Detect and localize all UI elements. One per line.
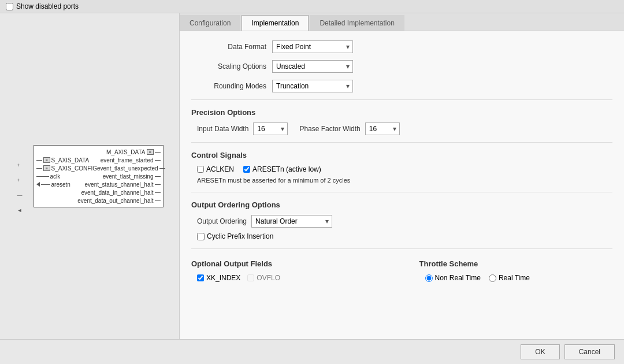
input-data-width-select[interactable]: 8 12 16 24 32: [253, 122, 288, 135]
ovflo-label: OVFLO: [257, 274, 280, 282]
tab-detailed-label: Detailed Implementation: [320, 19, 394, 27]
show-disabled-label: Show disabled ports: [16, 2, 79, 10]
throttle-scheme-title: Throttle Scheme: [419, 259, 613, 268]
aclken-label: ACLKEN: [206, 165, 234, 173]
xk-index-checkbox-item[interactable]: XK_INDEX: [197, 274, 240, 282]
wire-data-out: [155, 200, 161, 201]
wire-saxis-data: [36, 160, 42, 161]
wire-saxis-config: [36, 168, 42, 169]
bottom-bar: OK Cancel: [0, 339, 624, 364]
data-format-label: Data Format: [191, 43, 272, 51]
s-axis-config-label: S_AXIS_CONFIG: [51, 165, 97, 172]
wire-tlast-unexp: [159, 168, 165, 169]
aresetn-checkbox-item[interactable]: ARESETn (active low): [243, 165, 321, 173]
aresetn-info-text: ARESETn must be asserted for a minimum o…: [197, 177, 612, 184]
wire-aclk: [36, 176, 49, 177]
data-format-select[interactable]: Fixed Point Floating Point: [272, 40, 353, 53]
wire-data-in: [155, 192, 161, 193]
output-ordering-select-wrapper[interactable]: Natural Order Bit Reversed Order: [251, 215, 332, 228]
control-signals-title: Control Signals: [191, 151, 612, 159]
side-label-plus2: +: [17, 177, 23, 183]
comp-row-saxis-config: ≡ S_AXIS_CONFIG event_tlast_unexpected: [34, 164, 163, 172]
non-real-time-radio-item[interactable]: Non Real Time: [425, 274, 481, 282]
side-label-plus1: +: [17, 162, 23, 168]
output-ordering-label: Output Ordering: [197, 217, 247, 225]
wire-status: [155, 184, 161, 185]
non-real-time-label: Non Real Time: [435, 274, 481, 282]
bus-icon-saxis-config: ≡: [43, 165, 50, 171]
event-tlast-unexpected-label: event_tlast_unexpected: [97, 165, 158, 172]
output-ordering-section: Output Ordering Options Output Ordering …: [191, 200, 612, 240]
rounding-modes-select-wrapper[interactable]: Truncation Convergent Round Up: [272, 80, 353, 92]
divider-1: [191, 99, 612, 100]
ovflo-checkbox-item[interactable]: OVFLO: [247, 274, 280, 282]
aclken-checkbox[interactable]: [197, 166, 204, 173]
precision-options-title: Precision Options: [191, 108, 612, 117]
scaling-options-select-wrapper[interactable]: Unscaled Scaled: [272, 60, 353, 73]
comp-left-aresetn: aresetn: [36, 181, 70, 188]
left-panel: + + — ◄ M_AXIS_DATA ≡: [0, 13, 179, 339]
comp-row-saxis-data: ≡ S_AXIS_DATA event_frame_started: [34, 156, 163, 164]
show-disabled-ports[interactable]: Show disabled ports: [6, 2, 79, 10]
phase-factor-width-group: Phase Factor Width 8 12 16 24 32: [299, 122, 399, 135]
tab-implementation-label: Implementation: [251, 19, 299, 27]
divider-4: [191, 248, 612, 249]
precision-row: Input Data Width 8 12 16 24 32: [197, 122, 612, 135]
control-signals-checkbox-row: ACLKEN ARESETn (active low): [197, 165, 612, 173]
top-bar: Show disabled ports: [0, 0, 624, 13]
tab-configuration-label: Configuration: [190, 19, 231, 27]
side-label-dash: —: [17, 192, 23, 198]
scaling-options-label: Scaling Options: [191, 62, 272, 70]
xk-index-label: XK_INDEX: [206, 274, 240, 282]
optional-output-fields-section: Optional Output Fields XK_INDEX OVFLO: [191, 257, 385, 282]
throttle-scheme-section: Throttle Scheme Non Real Time Real Time: [419, 257, 613, 282]
output-ordering-select[interactable]: Natural Order Bit Reversed Order: [251, 215, 332, 228]
event-data-out-halt: event_data_out_channel_halt: [77, 198, 160, 204]
tab-implementation[interactable]: Implementation: [242, 15, 309, 31]
scaling-options-select[interactable]: Unscaled Scaled: [272, 60, 353, 73]
optional-fields-checkboxes: XK_INDEX OVFLO: [197, 274, 385, 282]
aresetn-checkbox[interactable]: [243, 166, 250, 173]
input-data-width-select-wrapper[interactable]: 8 12 16 24 32: [253, 122, 288, 135]
right-panel: Configuration Implementation Detailed Im…: [179, 13, 624, 339]
phase-factor-width-label: Phase Factor Width: [299, 125, 360, 133]
phase-factor-width-select-wrapper[interactable]: 8 12 16 24 32: [365, 122, 400, 135]
output-ordering-title: Output Ordering Options: [191, 200, 612, 209]
event-status-channel-halt-label: event_status_channel_halt: [85, 181, 154, 188]
side-label-arrow: ◄: [17, 207, 23, 213]
wire-event-frame: [155, 160, 161, 161]
cyclic-prefix-checkbox[interactable]: [197, 233, 205, 240]
rounding-modes-select[interactable]: Truncation Convergent Round Up: [272, 80, 353, 92]
xk-index-checkbox[interactable]: [197, 274, 204, 281]
tab-bar: Configuration Implementation Detailed Im…: [180, 13, 624, 31]
ordering-row: Output Ordering Natural Order Bit Revers…: [197, 215, 612, 228]
tab-detailed[interactable]: Detailed Implementation: [310, 15, 404, 31]
event-frame-started: event_frame_started: [101, 157, 161, 164]
component-diagram: + + — ◄ M_AXIS_DATA ≡: [16, 145, 164, 207]
real-time-label: Real Time: [499, 274, 530, 282]
cyclic-prefix-row[interactable]: Cyclic Prefix Insertion: [197, 232, 612, 240]
ok-button[interactable]: OK: [521, 344, 559, 359]
comp-right-maxis: M_AXIS_DATA ≡: [106, 149, 160, 155]
input-data-width-label: Input Data Width: [197, 125, 248, 133]
ovflo-checkbox[interactable]: [247, 274, 254, 281]
comp-row-data-in-halt: event_data_in_channel_halt: [34, 188, 163, 196]
phase-factor-width-select[interactable]: 8 12 16 24 32: [365, 122, 400, 135]
non-real-time-radio[interactable]: [425, 274, 433, 282]
aclk-label: aclk: [50, 173, 61, 180]
cyclic-prefix-label: Cyclic Prefix Insertion: [207, 232, 273, 240]
throttle-radio-row: Non Real Time Real Time: [425, 274, 613, 282]
event-data-in-halt: event_data_in_channel_halt: [81, 190, 160, 196]
comp-left-aclk: aclk: [36, 173, 61, 180]
real-time-radio[interactable]: [489, 274, 496, 282]
tab-configuration[interactable]: Configuration: [180, 15, 240, 31]
cancel-button[interactable]: Cancel: [564, 344, 615, 359]
show-disabled-checkbox[interactable]: [6, 3, 13, 10]
data-format-select-wrapper[interactable]: Fixed Point Floating Point: [272, 40, 353, 53]
data-format-row: Data Format Fixed Point Floating Point: [191, 40, 612, 53]
aclken-checkbox-item[interactable]: ACLKEN: [197, 165, 234, 173]
real-time-radio-item[interactable]: Real Time: [489, 274, 530, 282]
wire-maxis: [155, 152, 161, 153]
comp-left-saxis-config: ≡ S_AXIS_CONFIG: [36, 165, 97, 172]
divider-2: [191, 142, 612, 143]
